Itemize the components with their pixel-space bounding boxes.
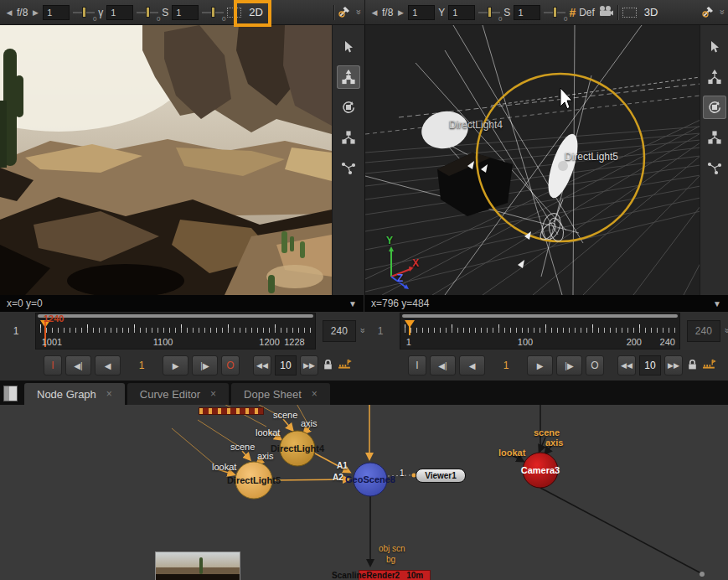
grid-toggle-icon[interactable]: # — [569, 6, 576, 19]
skew-tool-button[interactable] — [337, 156, 360, 179]
frame-ruler[interactable]: 1240 1001 1100 1200 1228 — [35, 313, 316, 350]
goto-out-button[interactable]: O — [221, 355, 240, 375]
play-backward-button[interactable]: ◀ — [95, 355, 121, 375]
next-layer-button[interactable]: ▶ — [31, 8, 39, 17]
lock-range-icon[interactable] — [686, 358, 699, 374]
gamma-input[interactable]: 1 — [106, 5, 133, 20]
edge-endpoint-dot[interactable] — [700, 572, 705, 577]
goto-in-button[interactable]: I — [408, 355, 426, 375]
node-graph-panel[interactable]: scene axis lookat scene axis lookat A1 A… — [0, 405, 728, 580]
slider-handle[interactable] — [211, 7, 215, 18]
axis-x-label: X — [412, 257, 419, 269]
current-frame-value[interactable]: 1 — [488, 360, 524, 371]
collapse-timeline-chevron[interactable]: « — [720, 329, 728, 333]
play-forward-button[interactable]: ▶ — [163, 355, 188, 375]
eyedropper-icon[interactable] — [702, 4, 715, 20]
saturation-input[interactable]: 1 — [172, 5, 199, 20]
jump-forward-button[interactable]: ▶▶ — [664, 355, 683, 375]
cropped-node-top[interactable] — [199, 407, 264, 415]
gamma-label: Y — [438, 7, 445, 18]
gamma-input[interactable]: 1 — [448, 5, 475, 20]
gamma-slider[interactable]: 0 — [478, 5, 500, 20]
frame-range-flag-icon[interactable] — [702, 358, 716, 373]
panel-menu-icon[interactable] — [3, 386, 18, 401]
jump-forward-button[interactable]: ▶▶ — [300, 355, 318, 375]
prev-layer-button[interactable]: ◀ — [5, 8, 13, 17]
tab-node-graph[interactable]: Node Graph × — [24, 383, 125, 405]
tab-curve-editor[interactable]: Curve Editor × — [127, 383, 229, 405]
slider-handle[interactable] — [82, 7, 86, 18]
jump-back-button[interactable]: ◀◀ — [253, 355, 271, 375]
range-end-value[interactable]: 240 — [687, 320, 720, 342]
saturation-input[interactable]: 1 — [514, 5, 540, 20]
frame-ruler[interactable]: 1 100 200 240 — [400, 313, 680, 350]
node-thumbnail-preview[interactable] — [155, 552, 240, 580]
close-icon[interactable]: × — [312, 388, 318, 400]
play-forward-button[interactable]: ▶ — [527, 355, 553, 375]
frame-range-flag-icon[interactable] — [338, 358, 352, 373]
current-frame-value[interactable]: 1 — [124, 360, 159, 371]
timeline-scrollbar[interactable] — [38, 314, 313, 318]
goto-out-button[interactable]: O — [586, 355, 604, 375]
slider-handle[interactable] — [146, 7, 150, 18]
viewer1-node[interactable]: Viewer1 — [416, 469, 466, 483]
timeline-scrollbar[interactable] — [402, 314, 678, 318]
rotate-tool-button[interactable] — [337, 96, 360, 119]
scale-tool-button[interactable] — [337, 126, 360, 149]
edge-label-lookat: lookat — [256, 427, 280, 438]
range-end-value[interactable]: 240 — [323, 320, 356, 342]
play-backward-button[interactable]: ◀ — [459, 355, 485, 375]
gain-input[interactable]: 1 — [408, 5, 435, 20]
translate-tool-button[interactable] — [703, 65, 726, 89]
directlight4-node-label[interactable]: DirectLight4 — [264, 443, 331, 453]
gain-slider[interactable]: 0 — [73, 5, 95, 20]
playhead-line[interactable] — [409, 320, 410, 335]
viewer-2d-canvas[interactable] — [0, 25, 332, 295]
next-layer-button[interactable]: ▶ — [396, 8, 405, 17]
aperture-label[interactable]: f/8 — [17, 7, 28, 18]
directlight5-node-label[interactable]: DirectLight5 — [220, 475, 287, 485]
pointer-tool-button[interactable] — [703, 35, 726, 59]
skew-tool-button[interactable] — [703, 156, 726, 179]
goto-in-button[interactable]: I — [44, 355, 62, 375]
gamma-slider[interactable]: 0 — [137, 5, 158, 20]
range-start-value[interactable]: 1 — [0, 325, 32, 337]
viewer-3d-canvas[interactable]: DirectLight4 DirectLight5 Y X Z — [364, 25, 700, 295]
ruler-tick-label: 1001 — [42, 337, 62, 347]
saturation-slider[interactable]: 0 — [544, 5, 565, 20]
collapse-toolbar-chevron[interactable]: « — [352, 10, 362, 14]
camera3-node-label[interactable]: Camera3 — [507, 465, 574, 475]
default-camera-dropdown[interactable]: Def — [579, 7, 595, 18]
step-back-button[interactable]: ◀| — [430, 355, 456, 375]
step-back-button[interactable]: ◀| — [65, 355, 91, 375]
status-dropdown-arrow-icon[interactable]: ▼ — [349, 299, 357, 308]
scale-tool-button[interactable] — [703, 126, 726, 149]
jump-back-button[interactable]: ◀◀ — [617, 355, 636, 375]
collapse-toolbar-chevron[interactable]: « — [715, 10, 725, 14]
saturation-slider[interactable]: 0 — [202, 5, 224, 20]
frame-increment-input[interactable]: 10 — [275, 355, 297, 375]
step-forward-button[interactable]: |▶ — [556, 355, 582, 375]
close-icon[interactable]: × — [106, 388, 112, 400]
lock-range-icon[interactable] — [322, 358, 334, 374]
close-icon[interactable]: × — [210, 388, 216, 400]
status-dropdown-arrow-icon[interactable]: ▼ — [713, 299, 721, 308]
camera-icon[interactable] — [598, 5, 614, 20]
geoscene8-node-label[interactable]: GeoScene8 — [337, 474, 404, 484]
rotate-icon — [707, 100, 722, 115]
frame-increment-input[interactable]: 10 — [639, 355, 661, 375]
translate-tool-button[interactable] — [337, 65, 360, 89]
slider-handle[interactable] — [553, 7, 557, 18]
roi-icon[interactable] — [622, 8, 637, 18]
prev-layer-button[interactable]: ◀ — [370, 8, 379, 17]
aperture-label[interactable]: f/8 — [382, 7, 393, 18]
tab-dope-sheet[interactable]: Dope Sheet × — [231, 383, 330, 405]
slider-handle[interactable] — [488, 7, 492, 18]
viewer-mode-3d-dropdown[interactable]: 3D — [640, 4, 663, 20]
rotate-tool-button[interactable] — [703, 96, 726, 119]
pointer-tool-button[interactable] — [337, 35, 360, 59]
gain-input[interactable]: 1 — [43, 5, 70, 20]
step-forward-button[interactable]: |▶ — [192, 355, 218, 375]
range-start-value[interactable]: 1 — [364, 325, 396, 337]
eyedropper-icon[interactable] — [338, 4, 352, 20]
